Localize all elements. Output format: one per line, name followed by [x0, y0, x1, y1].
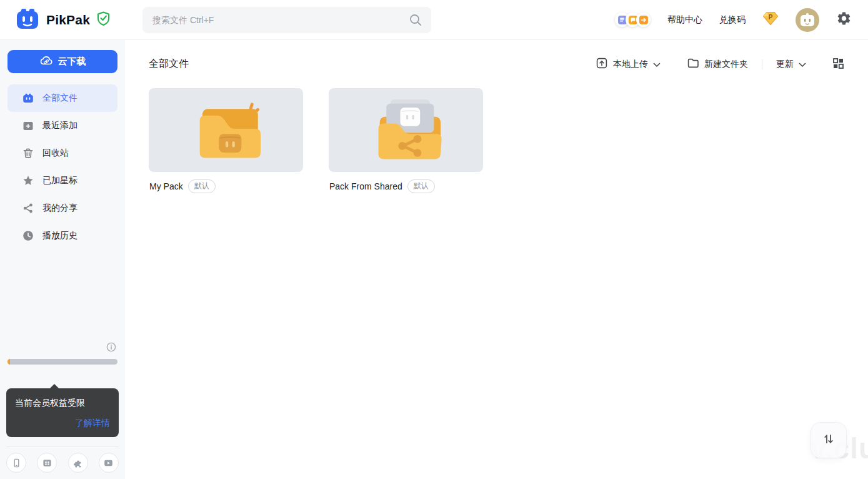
cloud-link-icon — [39, 55, 53, 68]
sidebar-item-starred[interactable]: 已加星标 — [7, 167, 117, 194]
chevron-down-icon — [653, 59, 661, 69]
share-icon — [22, 203, 34, 214]
shared-folder-icon — [362, 96, 451, 164]
learn-more-link[interactable]: 了解详情 — [15, 418, 110, 429]
storage-usage — [0, 342, 125, 365]
browser-extension-icon[interactable] — [68, 453, 88, 473]
update-button[interactable]: 更新 — [776, 59, 806, 70]
tv-app-icon[interactable] — [37, 453, 57, 473]
pikpak-logo-icon — [15, 6, 40, 34]
grid-view-toggle[interactable] — [832, 58, 844, 71]
brand-name: PikPak — [46, 13, 90, 28]
storage-progress-fill — [7, 359, 10, 365]
cloud-download-button[interactable]: 云下载 — [7, 50, 117, 73]
folder-card-my-pack: My Pack 默认 — [149, 88, 303, 193]
sort-button[interactable] — [811, 422, 847, 458]
search-box — [142, 7, 431, 33]
sidebar-item-recycle-bin[interactable]: 回收站 — [7, 139, 117, 167]
sidebar-item-label: 播放历史 — [42, 230, 77, 241]
default-badge: 默认 — [407, 179, 435, 193]
sidebar-item-all-files[interactable]: 全部文件 — [7, 84, 117, 112]
forward-icon[interactable] — [636, 13, 651, 27]
local-upload-label: 本地上传 — [613, 59, 648, 70]
history-clock-icon — [22, 230, 34, 241]
brand[interactable]: PikPak — [0, 6, 125, 34]
star-icon — [22, 175, 34, 186]
info-icon[interactable] — [106, 342, 116, 355]
storage-progress-bar — [7, 359, 117, 365]
redeem-code-link[interactable]: 兑换码 — [719, 14, 746, 26]
help-center-link[interactable]: 帮助中心 — [667, 14, 702, 26]
mobile-app-icon[interactable] — [6, 453, 26, 473]
sidebar-item-label: 已加星标 — [42, 175, 77, 186]
sidebar-item-label: 全部文件 — [42, 93, 77, 104]
default-folder-icon — [182, 96, 271, 164]
pikpak-app: PikPak — [0, 0, 868, 479]
membership-tooltip: 当前会员权益受限 了解详情 — [6, 388, 119, 437]
sidebar-item-recently-added[interactable]: 最近添加 — [7, 112, 117, 139]
grid-view-icon — [832, 58, 844, 71]
folder-name: My Pack — [149, 181, 183, 191]
membership-tooltip-message: 当前会员权益受限 — [15, 398, 110, 409]
main-content: 全部文件 本地上传 — [125, 40, 868, 479]
new-folder-button[interactable]: 新建文件夹 — [687, 57, 748, 71]
topbar: PikPak — [0, 0, 868, 40]
sort-order-icon — [822, 432, 836, 448]
sidebar-item-label: 最近添加 — [42, 120, 77, 131]
sidebar-item-label: 回收站 — [42, 148, 69, 159]
premium-gem-icon[interactable]: P — [762, 11, 779, 28]
folder-icon — [687, 57, 699, 71]
add-box-icon — [22, 120, 34, 131]
folder-card-thumbnail[interactable] — [329, 88, 483, 172]
sidebar-item-label: 我的分享 — [42, 203, 77, 214]
sidebar: 云下载 全部文件 — [0, 40, 125, 479]
topbar-actions: 帮助中心 兑换码 P — [615, 8, 868, 32]
svg-text:P: P — [769, 14, 773, 21]
default-badge: 默认 — [188, 179, 216, 193]
cloud-download-label: 云下载 — [58, 56, 86, 68]
chevron-down-icon — [799, 59, 806, 69]
search-input[interactable] — [142, 7, 431, 33]
toolbar-divider — [762, 59, 762, 69]
toolbar: 本地上传 新建文件夹 — [596, 57, 844, 71]
local-upload-button[interactable]: 本地上传 — [596, 57, 661, 71]
folder-grid: My Pack 默认 — [149, 88, 844, 193]
new-folder-label: 新建文件夹 — [704, 59, 748, 70]
sidebar-item-play-history[interactable]: 播放历史 — [7, 222, 117, 250]
avatar[interactable] — [796, 8, 819, 32]
trash-icon — [22, 148, 34, 159]
sidebar-item-my-shares[interactable]: 我的分享 — [7, 194, 117, 222]
folder-name: Pack From Shared — [329, 181, 402, 191]
video-channel-icon[interactable] — [99, 453, 119, 473]
folder-card-thumbnail[interactable] — [149, 88, 303, 172]
settings-gear-icon[interactable] — [836, 11, 852, 29]
page-title: 全部文件 — [149, 58, 189, 71]
platform-links — [0, 447, 125, 473]
security-shield-icon[interactable] — [96, 11, 111, 29]
search-icon[interactable] — [409, 13, 422, 29]
robot-box-icon — [22, 93, 34, 104]
update-label: 更新 — [776, 59, 794, 70]
upload-icon — [596, 57, 608, 71]
folder-card-pack-from-shared: Pack From Shared 默认 — [329, 88, 483, 193]
quick-badges — [615, 13, 651, 27]
